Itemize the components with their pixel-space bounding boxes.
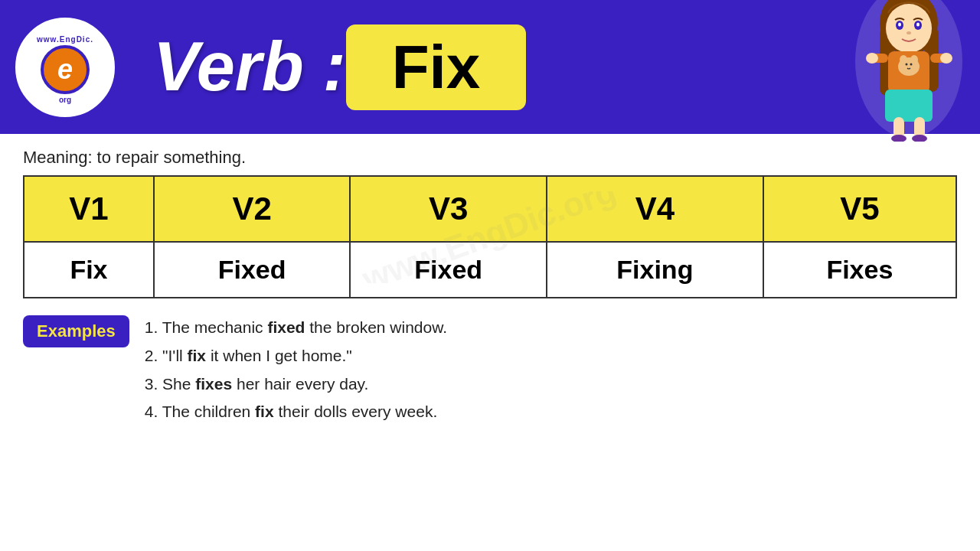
logo-e-icon: e bbox=[41, 45, 90, 94]
example-2: 2. "I'll fix it when I get home." bbox=[145, 342, 447, 370]
verb-label: Verb : bbox=[153, 28, 346, 106]
svg-point-16 bbox=[906, 64, 908, 66]
svg-point-17 bbox=[910, 64, 913, 66]
examples-badge: Examples bbox=[23, 315, 129, 347]
word-box: Fix bbox=[346, 24, 527, 110]
table-values-row: Fix Fixed Fixed Fixing Fixes bbox=[24, 242, 956, 298]
example-3: 3. She fixes her hair every day. bbox=[145, 370, 447, 399]
example-4-bold: fix bbox=[255, 403, 274, 420]
svg-point-4 bbox=[886, 4, 932, 53]
examples-section: Examples 1. The mechanic fixed the broke… bbox=[0, 298, 980, 442]
col-v1: V1 bbox=[24, 176, 154, 242]
verb-forms-table: V1 V2 V3 V4 V5 Fix Fixed Fixed Fixing Fi… bbox=[23, 175, 957, 298]
svg-rect-18 bbox=[885, 90, 933, 122]
logo: www.EngDic. e org bbox=[15, 18, 115, 117]
val-v1: Fix bbox=[24, 242, 154, 298]
svg-point-25 bbox=[866, 53, 878, 64]
val-v3: Fixed bbox=[350, 242, 547, 298]
examples-list: 1. The mechanic fixed the broken window.… bbox=[145, 314, 447, 426]
example-4: 4. The children fix their dolls every we… bbox=[145, 398, 447, 426]
character-illustration bbox=[850, 0, 969, 142]
meaning-text: Meaning: to repair something. bbox=[23, 148, 246, 167]
example-2-bold: fix bbox=[188, 347, 207, 364]
table-wrapper: V1 V2 V3 V4 V5 Fix Fixed Fixed Fixing Fi… bbox=[0, 175, 980, 298]
svg-point-26 bbox=[940, 53, 952, 64]
val-v2: Fixed bbox=[154, 242, 351, 298]
svg-point-7 bbox=[898, 23, 901, 27]
header: www.EngDic. e org Verb : Fix bbox=[0, 0, 980, 134]
svg-point-8 bbox=[916, 23, 920, 27]
svg-point-9 bbox=[906, 31, 911, 34]
table-header-row: V1 V2 V3 V4 V5 bbox=[24, 176, 956, 242]
example-1-bold: fixed bbox=[267, 318, 305, 336]
col-v4: V4 bbox=[547, 176, 763, 242]
logo-url-bottom: org bbox=[59, 96, 71, 104]
word-text: Fix bbox=[392, 32, 481, 103]
example-1: 1. The mechanic fixed the broken window. bbox=[145, 314, 447, 342]
meaning-section: Meaning: to repair something. bbox=[0, 134, 980, 175]
col-v5: V5 bbox=[763, 176, 956, 242]
col-v2: V2 bbox=[154, 176, 351, 242]
val-v5: Fixes bbox=[763, 242, 956, 298]
col-v3: V3 bbox=[350, 176, 547, 242]
example-3-bold: fixes bbox=[195, 375, 232, 393]
logo-url-top: www.EngDic. bbox=[37, 35, 93, 44]
val-v4: Fixing bbox=[547, 242, 763, 298]
